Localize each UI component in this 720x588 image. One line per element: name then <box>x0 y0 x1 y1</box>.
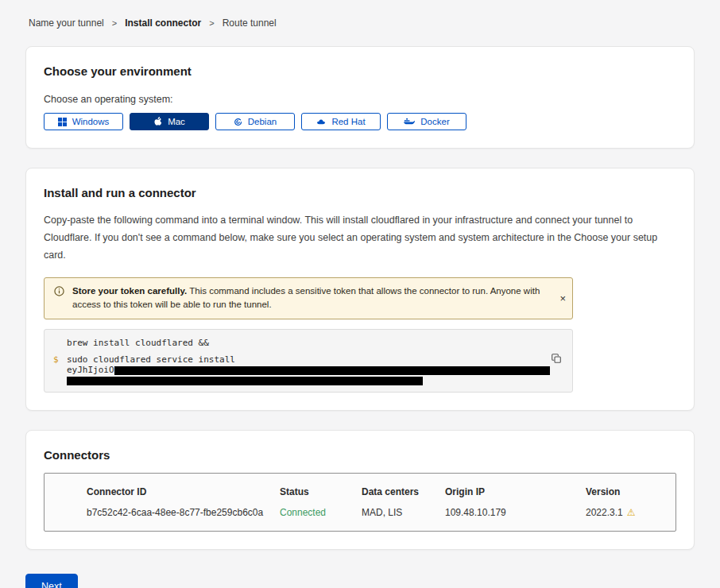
version-cell: 2022.3.1 ⚠ <box>586 507 663 518</box>
copy-icon[interactable] <box>550 352 563 367</box>
next-button[interactable]: Next <box>25 574 78 588</box>
breadcrumb-step-route-tunnel[interactable]: Route tunnel <box>223 17 277 29</box>
command-line-1: brew install cloudflared && <box>67 338 540 348</box>
connector-id-value: b7c52c42-6caa-48ee-8c77-fbe259cb6c0a <box>87 507 280 518</box>
apple-logo-icon <box>153 117 162 126</box>
environment-card: Choose your environment Choose an operat… <box>25 46 695 149</box>
command-token-line: eyJhIjoiO <box>67 365 540 375</box>
close-icon[interactable]: × <box>559 293 566 304</box>
os-select-label: Choose an operating system: <box>44 94 676 105</box>
os-button-debian[interactable]: Debian <box>215 113 295 130</box>
breadcrumb-step-name-your-tunnel[interactable]: Name your tunnel <box>29 17 104 29</box>
os-button-label: Docker <box>420 117 449 126</box>
redhat-logo-icon <box>316 118 326 126</box>
os-button-docker[interactable]: Docker <box>387 113 466 130</box>
connectors-table-header: Connector ID Status Data centers Origin … <box>87 486 663 497</box>
connectors-card: Connectors Connector ID Status Data cent… <box>25 430 695 550</box>
info-icon <box>54 286 64 296</box>
data-centers-value: MAD, LIS <box>362 507 445 518</box>
breadcrumb-step-install-connector[interactable]: Install connector <box>125 17 201 29</box>
code-gap <box>67 348 540 354</box>
os-button-mac[interactable]: Mac <box>130 113 209 130</box>
os-button-label: Windows <box>72 117 110 126</box>
command-token-line-2 <box>67 375 540 385</box>
token-prefix: eyJhIjoiO <box>67 365 114 375</box>
token-warning-banner: Store your token carefully. This command… <box>44 277 573 320</box>
breadcrumb-separator: > <box>209 18 214 28</box>
version-warning-icon: ⚠ <box>627 507 636 518</box>
breadcrumb: Name your tunnel > Install connector > R… <box>29 17 695 29</box>
col-header-origin-ip: Origin IP <box>445 486 586 497</box>
col-header-status: Status <box>280 486 362 497</box>
install-connector-card: Install and run a connector Copy-paste t… <box>25 168 695 411</box>
table-row: b7c52c42-6caa-48ee-8c77-fbe259cb6c0a Con… <box>87 507 663 518</box>
os-button-windows[interactable]: Windows <box>44 113 123 130</box>
os-button-row: Windows Mac Debian Red Hat <box>44 113 676 130</box>
debian-logo-icon <box>234 118 242 126</box>
breadcrumb-separator: > <box>112 18 117 28</box>
redacted-token-bar <box>67 377 423 385</box>
os-button-label: Red Hat <box>331 117 365 126</box>
col-header-data-centers: Data centers <box>362 486 445 497</box>
token-warning-bold: Store your token carefully. <box>72 286 187 296</box>
install-card-title: Install and run a connector <box>44 186 676 199</box>
environment-card-title: Choose your environment <box>44 64 676 78</box>
connectors-table: Connector ID Status Data centers Origin … <box>44 473 676 532</box>
install-instructions: Copy-paste the following command into a … <box>44 212 675 265</box>
terminal-prompt: $ <box>53 354 59 365</box>
install-command-codeblock: $ brew install cloudflared && sudo cloud… <box>44 329 573 393</box>
redacted-token-bar <box>114 366 550 375</box>
command-line-2: sudo cloudflared service install <box>67 354 540 365</box>
connectors-card-title: Connectors <box>44 448 676 462</box>
windows-logo-icon <box>58 118 67 126</box>
os-button-label: Mac <box>168 117 185 126</box>
origin-ip-value: 109.48.10.179 <box>445 507 586 518</box>
docker-logo-icon <box>404 118 415 126</box>
version-value: 2022.3.1 <box>586 507 623 518</box>
token-warning-text: Store your token carefully. This command… <box>72 284 564 313</box>
status-badge: Connected <box>280 507 362 518</box>
os-button-redhat[interactable]: Red Hat <box>301 113 381 130</box>
page: Name your tunnel > Install connector > R… <box>0 0 720 588</box>
os-button-label: Debian <box>248 117 277 126</box>
col-header-version: Version <box>586 486 663 497</box>
col-header-connector-id: Connector ID <box>87 486 280 497</box>
